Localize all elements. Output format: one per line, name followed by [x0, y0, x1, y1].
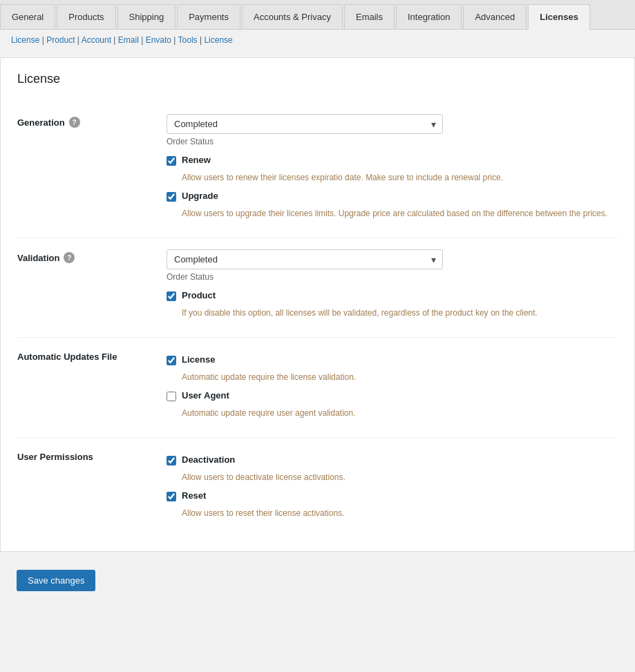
checkbox-desc-user-agent: Automatic update require user agent vali… — [182, 407, 618, 419]
settings-row-generation: Generation?CompletedProcessingOn HoldPen… — [17, 103, 618, 238]
checkbox-label-renew[interactable]: Renew — [182, 155, 211, 165]
save-changes-button[interactable]: Save changes — [17, 570, 95, 591]
settings-row-user-permissions: User PermissionsDeactivationAllow users … — [17, 437, 618, 537]
checkbox-label-product[interactable]: Product — [182, 290, 216, 300]
checkbox-item-license: LicenseAutomatic update require the lice… — [167, 354, 618, 383]
checkbox-row-user-agent: User Agent — [167, 390, 618, 401]
checkbox-row-renew: Renew — [167, 155, 618, 166]
order-status-label-validation: Order Status — [167, 272, 618, 282]
settings-control-generation: CompletedProcessingOn HoldPendingOrder S… — [155, 114, 618, 227]
checkbox-input-renew[interactable] — [167, 156, 176, 166]
settings-label-text-automatic-updates-file: Automatic Updates File — [17, 352, 117, 362]
tab-payments[interactable]: Payments — [177, 4, 240, 29]
settings-row-automatic-updates-file: Automatic Updates FileLicenseAutomatic u… — [17, 337, 618, 437]
breadcrumb-separator: | — [139, 35, 146, 45]
breadcrumb-separator: | — [171, 35, 178, 45]
checkbox-group-validation: ProductIf you disable this option, all l… — [167, 290, 618, 319]
breadcrumb-link-tools[interactable]: Tools — [178, 35, 198, 45]
breadcrumb-link-license[interactable]: License — [11, 35, 39, 45]
checkbox-desc-upgrade: Allow users to upgrade their licenes lim… — [182, 207, 618, 220]
settings-row-validation: Validation?CompletedProcessingOn HoldPen… — [17, 238, 618, 337]
settings-control-user-permissions: DeactivationAllow users to deactivate li… — [155, 449, 618, 526]
breadcrumb-link-product[interactable]: Product — [46, 35, 75, 45]
select-validation[interactable]: CompletedProcessingOn HoldPending — [167, 249, 443, 269]
breadcrumb-separator: | — [75, 35, 82, 45]
checkbox-group-automatic-updates-file: LicenseAutomatic update require the lice… — [167, 354, 618, 419]
select-generation[interactable]: CompletedProcessingOn HoldPending — [167, 114, 443, 134]
checkbox-row-reset: Reset — [167, 490, 618, 501]
checkbox-input-user-agent[interactable] — [167, 392, 176, 401]
checkbox-item-renew: RenewAllow users to renew their licenses… — [167, 155, 618, 184]
checkbox-label-deactivation[interactable]: Deactivation — [182, 454, 235, 465]
checkbox-input-deactivation[interactable] — [167, 456, 176, 465]
settings-label-text-validation: Validation — [17, 253, 59, 263]
settings-label-user-permissions: User Permissions — [17, 449, 155, 462]
checkbox-input-license[interactable] — [167, 356, 176, 365]
checkbox-item-deactivation: DeactivationAllow users to deactivate li… — [167, 454, 618, 483]
settings-label-validation: Validation? — [17, 249, 155, 263]
checkbox-input-reset[interactable] — [167, 492, 176, 501]
settings-table: Generation?CompletedProcessingOn HoldPen… — [17, 103, 618, 537]
tab-accounts-privacy[interactable]: Accounts & Privacy — [242, 4, 343, 29]
help-icon-validation[interactable]: ? — [64, 252, 75, 263]
settings-label-automatic-updates-file: Automatic Updates File — [17, 349, 155, 362]
checkbox-row-upgrade: Upgrade — [167, 191, 618, 202]
tab-advanced[interactable]: Advanced — [463, 4, 527, 29]
checkbox-label-license[interactable]: License — [182, 354, 215, 365]
tabs-bar: GeneralProductsShippingPaymentsAccounts … — [0, 0, 635, 30]
settings-label-text-generation: Generation — [17, 117, 65, 128]
checkbox-label-upgrade[interactable]: Upgrade — [182, 191, 218, 201]
checkbox-item-reset: ResetAllow users to reset their license … — [167, 490, 618, 519]
tab-emails[interactable]: Emails — [344, 4, 395, 29]
tab-integration[interactable]: Integration — [396, 4, 462, 29]
breadcrumb-link-license[interactable]: License — [204, 35, 232, 45]
tab-general[interactable]: General — [0, 4, 55, 29]
checkbox-desc-deactivation: Allow users to deactivate license activa… — [182, 471, 618, 483]
settings-control-automatic-updates-file: LicenseAutomatic update require the lice… — [155, 349, 618, 426]
order-status-label-generation: Order Status — [167, 137, 618, 146]
breadcrumb-link-account[interactable]: Account — [82, 35, 111, 45]
breadcrumb-separator: | — [111, 35, 118, 45]
page-content: License Generation?CompletedProcessingOn… — [0, 57, 635, 552]
breadcrumb-separator: | — [198, 35, 205, 45]
breadcrumb-separator: | — [39, 35, 46, 45]
breadcrumb-link-envato[interactable]: Envato — [146, 35, 171, 45]
settings-label-generation: Generation? — [17, 114, 155, 128]
checkbox-group-generation: RenewAllow users to renew their licenses… — [167, 155, 618, 220]
breadcrumb-link-email[interactable]: Email — [118, 35, 139, 45]
checkbox-desc-renew: Allow users to renew their licenses expi… — [182, 171, 618, 184]
tab-shipping[interactable]: Shipping — [117, 4, 176, 29]
select-wrapper-validation: CompletedProcessingOn HoldPending — [167, 249, 443, 269]
checkbox-desc-product: If you disable this option, all licenses… — [182, 307, 618, 319]
checkbox-input-upgrade[interactable] — [167, 192, 176, 202]
checkbox-desc-license: Automatic update require the license val… — [182, 371, 618, 383]
checkbox-desc-reset: Allow users to reset their license activ… — [182, 507, 618, 519]
tab-products[interactable]: Products — [57, 4, 115, 29]
tab-licenses[interactable]: Licenses — [528, 4, 590, 30]
checkbox-item-product: ProductIf you disable this option, all l… — [167, 290, 618, 319]
checkbox-item-upgrade: UpgradeAllow users to upgrade their lice… — [167, 191, 618, 220]
checkbox-label-user-agent[interactable]: User Agent — [182, 390, 229, 401]
checkbox-row-deactivation: Deactivation — [167, 454, 618, 465]
help-icon-generation[interactable]: ? — [69, 117, 80, 128]
checkbox-item-user-agent: User AgentAutomatic update require user … — [167, 390, 618, 419]
breadcrumb: License | Product | Account | Email | En… — [0, 30, 635, 50]
checkbox-label-reset[interactable]: Reset — [182, 490, 206, 501]
settings-control-validation: CompletedProcessingOn HoldPendingOrder S… — [155, 249, 618, 326]
select-wrapper-generation: CompletedProcessingOn HoldPending — [167, 114, 443, 134]
checkbox-row-product: Product — [167, 290, 618, 301]
page-title: License — [17, 72, 618, 86]
checkbox-input-product[interactable] — [167, 291, 176, 301]
checkbox-group-user-permissions: DeactivationAllow users to deactivate li… — [167, 454, 618, 519]
checkbox-row-license: License — [167, 354, 618, 365]
settings-label-text-user-permissions: User Permissions — [17, 452, 93, 462]
